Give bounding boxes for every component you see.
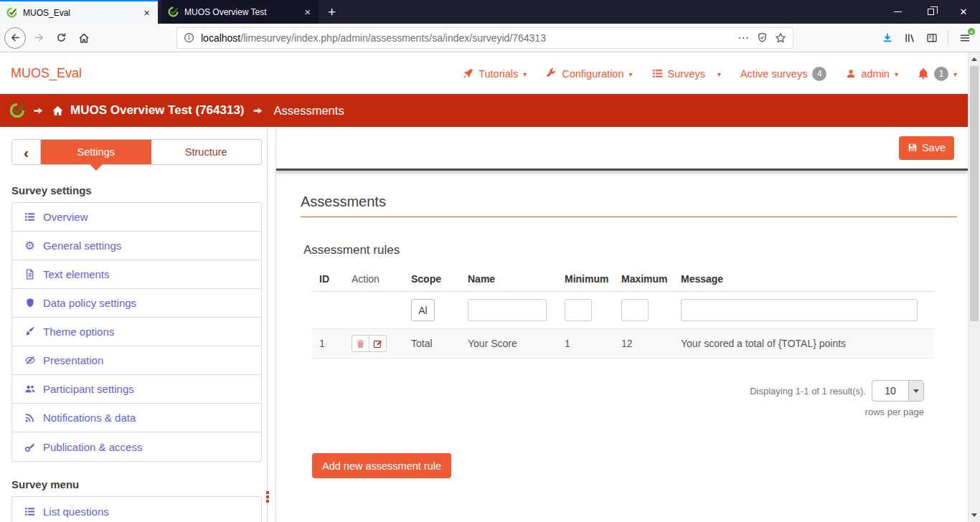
sidebar-item-notifications-data[interactable]: Notifications & data: [12, 404, 261, 432]
delete-rule-button[interactable]: [352, 335, 369, 352]
page-actions-icon[interactable]: ⋯: [738, 31, 750, 44]
sidebar-toggle-icon: [926, 32, 938, 44]
scroll-down-arrow-icon[interactable]: [971, 513, 977, 517]
user-icon: [846, 69, 856, 79]
cell-scope: Total: [404, 329, 461, 359]
minimum-filter-input[interactable]: [565, 299, 592, 321]
forward-button[interactable]: [28, 27, 50, 49]
sidebar-item-list-questions[interactable]: List questions: [12, 497, 261, 522]
breadcrumb-survey-link[interactable]: MUOS Overview Test (764313): [52, 103, 245, 118]
sidebar-item-theme-options[interactable]: Theme options: [12, 318, 261, 346]
column-header-id[interactable]: ID: [312, 267, 344, 292]
sidebar-item-general-settings[interactable]: ⚙ General settings: [12, 232, 261, 260]
column-header-scope[interactable]: Scope: [404, 267, 461, 292]
users-icon: [24, 384, 36, 394]
sidebar-item-publication-access[interactable]: Publication & access: [12, 432, 261, 461]
chevron-down-icon: ▾: [895, 70, 898, 78]
eye-slash-icon: [24, 355, 36, 366]
sidebar-item-overview[interactable]: Overview: [12, 203, 261, 232]
window-minimize-button[interactable]: [881, 0, 914, 24]
browser-toolbar: localhost/limesurvey/index.php/admin/ass…: [0, 24, 980, 52]
column-header-maximum[interactable]: Maximum: [614, 267, 674, 292]
document-icon: [24, 269, 36, 280]
sidebar-item-label: Participant settings: [43, 383, 134, 395]
toolbar-separator: [948, 30, 948, 45]
bookmark-star-icon[interactable]: [775, 32, 786, 44]
sidebar-resize-grip[interactable]: [266, 491, 269, 503]
column-header-name[interactable]: Name: [461, 267, 557, 292]
downloads-button[interactable]: [876, 27, 898, 49]
message-filter-input[interactable]: [681, 299, 918, 321]
url-host: localhost: [201, 32, 240, 44]
sidebar-item-data-policy[interactable]: Data policy settings: [12, 289, 261, 318]
filter-row: Al: [312, 292, 934, 329]
nav-active-surveys[interactable]: Active surveys 4: [740, 67, 826, 81]
library-button[interactable]: [898, 27, 920, 49]
url-bar[interactable]: localhost/limesurvey/index.php/admin/ass…: [176, 27, 793, 49]
tab-structure[interactable]: Structure: [151, 140, 262, 164]
reload-button[interactable]: [50, 27, 72, 49]
sidebar-item-label: Publication & access: [43, 441, 142, 453]
sidebar-collapse-button[interactable]: ‹: [11, 139, 41, 165]
tab-settings-label: Settings: [77, 146, 115, 158]
sidebar-item-text-elements[interactable]: Text elements: [12, 260, 261, 289]
column-header-minimum[interactable]: Minimum: [557, 267, 614, 292]
url-text: localhost/limesurvey/index.php/admin/ass…: [201, 32, 733, 44]
survey-menu-list: List questions: [11, 496, 262, 522]
site-info-icon[interactable]: [184, 32, 194, 43]
browser-scrollbar[interactable]: [968, 52, 980, 522]
download-icon: [882, 32, 893, 44]
browser-tab-active[interactable]: MUOS_Eval ×: [0, 0, 158, 24]
nav-user[interactable]: admin ▾: [846, 68, 898, 80]
window-restore-button[interactable]: [914, 0, 947, 24]
chevron-down-icon: ▾: [523, 70, 527, 78]
sidebar-item-participant-settings[interactable]: Participant settings: [12, 375, 261, 404]
add-assessment-rule-button[interactable]: Add new assessment rule: [312, 453, 451, 478]
back-button[interactable]: [4, 27, 26, 49]
maximum-filter-input[interactable]: [621, 299, 649, 321]
notifications-count-badge: 1: [934, 67, 948, 81]
scrollbar-thumb[interactable]: [970, 66, 979, 321]
scope-filter-select[interactable]: Al: [411, 299, 435, 321]
home-button[interactable]: [72, 27, 95, 49]
name-filter-input[interactable]: [468, 299, 547, 321]
cell-minimum: 1: [557, 329, 614, 359]
browser-tab-inactive[interactable]: MUOS Overview Test ×: [161, 0, 319, 24]
sidebar-item-presentation[interactable]: Presentation: [12, 346, 261, 375]
limesurvey-logo-icon[interactable]: [9, 103, 25, 118]
page-size-select[interactable]: 10: [872, 380, 924, 402]
action-bar: Save: [276, 127, 968, 169]
reload-icon: [56, 32, 67, 43]
nav-configuration[interactable]: Configuration ▾: [546, 68, 632, 80]
nav-tutorials-label: Tutorials: [479, 68, 518, 80]
cell-id: 1: [312, 329, 344, 359]
nav-tutorials[interactable]: Tutorials ▾: [463, 68, 527, 80]
tab-close-icon[interactable]: ×: [303, 6, 312, 17]
list-icon: [24, 212, 36, 222]
new-tab-button[interactable]: +: [319, 0, 345, 24]
edit-icon: [373, 339, 382, 348]
tracking-shield-icon[interactable]: [757, 32, 768, 43]
chevron-down-icon: [908, 381, 923, 401]
save-button[interactable]: Save: [899, 136, 954, 160]
tab-settings[interactable]: Settings: [41, 140, 151, 164]
nav-surveys-label: Surveys: [668, 68, 705, 80]
site-brand[interactable]: MUOS_Eval: [11, 66, 82, 81]
menu-button[interactable]: [953, 27, 976, 49]
column-header-message[interactable]: Message: [674, 267, 934, 292]
tab-title: MUOS Overview Test: [184, 7, 297, 17]
scroll-up-arrow-icon[interactable]: [971, 57, 977, 61]
tab-close-icon[interactable]: ×: [142, 7, 151, 18]
save-icon: [908, 143, 918, 153]
sidebar-toggle-button[interactable]: [920, 27, 943, 49]
chevron-down-icon[interactable]: ▾: [717, 70, 721, 78]
toolbar-right: [876, 27, 976, 49]
edit-rule-button[interactable]: [369, 335, 387, 352]
nav-surveys[interactable]: Surveys ▾: [652, 68, 721, 80]
window-close-button[interactable]: ✕: [947, 0, 980, 24]
chevron-down-icon: ▾: [953, 70, 957, 78]
tab-structure-label: Structure: [185, 146, 227, 158]
survey-settings-heading: Survey settings: [11, 184, 267, 196]
scope-filter-value: Al: [418, 305, 427, 316]
nav-notifications[interactable]: 1 ▾: [918, 67, 957, 81]
